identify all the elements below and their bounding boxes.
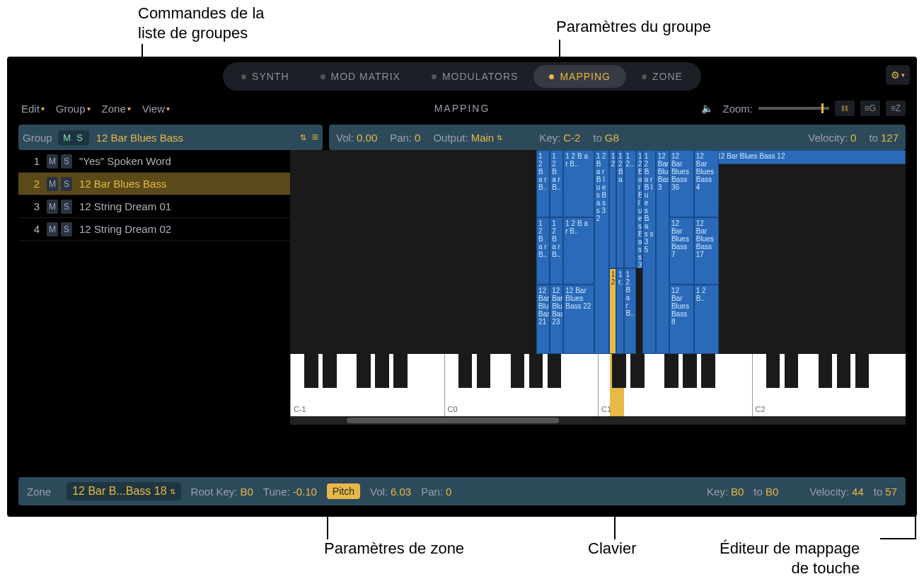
black-key[interactable] (393, 354, 407, 388)
menu-view[interactable]: View▾ (139, 100, 173, 118)
zoom-slider[interactable] (758, 107, 829, 110)
key-mapping-editor[interactable]: 12 Bar Blues Bass 12 1 2 B a r B..1 2 B … (290, 150, 906, 425)
zone-block[interactable]: 1 2 B.. (694, 285, 719, 354)
black-key[interactable] (477, 354, 490, 388)
black-key[interactable] (683, 354, 696, 388)
tab-modulators[interactable]: MODULATORS (416, 65, 534, 88)
solo-button[interactable]: S (61, 177, 72, 191)
menu-edit[interactable]: Edit▾ (18, 100, 47, 118)
tab-mapping[interactable]: MAPPING (533, 65, 626, 88)
zone-block[interactable]: 1 2 B a r B l u e s B a s s 3 4 (636, 150, 642, 268)
zone-block[interactable]: 12 Bar Blues Bass 3 (656, 150, 669, 354)
mute-all-button[interactable]: M (62, 132, 72, 143)
keyboard-scrollbar[interactable] (290, 416, 906, 425)
keyboard-octave[interactable]: C-1 (290, 354, 444, 416)
zone-block[interactable]: 1 2 B a r B l u e s B a s s 3 5 (642, 150, 656, 354)
black-key[interactable] (664, 354, 678, 388)
zone-block[interactable]: 12 Bar Blues Bass 17 (694, 217, 719, 285)
black-key[interactable] (855, 354, 869, 388)
black-key[interactable] (766, 354, 780, 388)
zone-block[interactable]: 12 Bar Blues Bass 12 (715, 150, 906, 164)
keyboard-octave[interactable]: C0 (444, 354, 599, 416)
pitch-toggle[interactable]: Pitch (327, 483, 360, 499)
black-key[interactable] (630, 354, 644, 388)
zone-block[interactable]: 12 Bar Blues Bass 36 (669, 150, 694, 217)
black-key[interactable] (785, 354, 798, 388)
zone-block[interactable]: 1 2 B a r B.. (536, 150, 550, 217)
settings-gear-button[interactable]: ⚙▾ (886, 65, 910, 85)
black-key[interactable] (458, 354, 472, 388)
zone-vel-lo[interactable]: 44 (852, 486, 864, 498)
zone-pan[interactable]: 0 (446, 486, 451, 498)
black-key[interactable] (837, 354, 850, 388)
keyboard-octave[interactable]: C2 (752, 354, 906, 416)
zone-name-selector[interactable]: 12 Bar B...Bass 18⇅ (67, 482, 180, 500)
menu-group[interactable]: Group▾ (53, 100, 93, 118)
black-key[interactable] (357, 354, 370, 388)
group-list-row[interactable]: 2 MS 12 Bar Blues Bass (18, 173, 301, 195)
group-vel-lo[interactable]: 0 (850, 132, 856, 144)
group-key-hi[interactable]: G8 (605, 132, 619, 144)
black-key[interactable] (701, 354, 715, 388)
black-key[interactable] (375, 354, 388, 388)
mute-button[interactable]: M (47, 200, 58, 214)
view-mode-keymap-icon[interactable]: ⦀⦀ (835, 101, 855, 116)
zone-block[interactable]: 1 2 B a r B.. (550, 150, 563, 217)
zone-block[interactable]: 1 2 B a r B.. (563, 150, 594, 217)
zone-block[interactable]: 1 r.. (616, 268, 623, 354)
zone-key-lo[interactable]: B0 (731, 486, 744, 498)
black-key[interactable] (323, 354, 336, 388)
view-mode-zone-list-icon[interactable]: ≡Z (886, 101, 906, 116)
zone-block[interactable]: 1 2.. (609, 268, 616, 354)
scrollbar-thumb[interactable] (347, 418, 559, 423)
zone-block[interactable]: 12 Bar Blues Bass 8 (669, 285, 694, 354)
zone-block[interactable]: 1 2.. (609, 150, 616, 268)
solo-all-button[interactable]: S (75, 132, 85, 143)
zone-vel-hi[interactable]: 57 (885, 486, 897, 498)
zone-volume[interactable]: 6.03 (391, 486, 411, 498)
group-pan-value[interactable]: 0 (415, 132, 420, 144)
black-key[interactable] (819, 354, 832, 388)
solo-button[interactable]: S (61, 222, 72, 236)
zone-root-key[interactable]: B0 (240, 486, 253, 498)
zone-block[interactable]: 1 2 B a r B.. (536, 217, 550, 285)
group-vel-hi[interactable]: 127 (881, 132, 899, 144)
group-selector-chevron-icon[interactable]: ⇅ (294, 133, 312, 142)
group-list-row[interactable]: 3 MS 12 String Dream 01 (18, 195, 301, 218)
group-output-value[interactable]: Main (471, 132, 495, 144)
black-key[interactable] (529, 354, 543, 388)
zone-block[interactable]: 1 2 B a r B.. (563, 217, 594, 285)
zone-block[interactable]: 12 Bar Blues Bass 7 (669, 217, 694, 285)
zone-block[interactable]: 1 2 B a r B.. (624, 268, 636, 354)
black-key[interactable] (511, 354, 524, 388)
keyboard-octave[interactable]: C1 (598, 354, 752, 416)
group-key-lo[interactable]: C-2 (563, 132, 580, 144)
zone-block[interactable]: 12 Bar Blues Bass 21 (536, 285, 550, 354)
current-group-name[interactable]: 12 Bar Blues Bass (96, 132, 294, 144)
black-key[interactable] (304, 354, 318, 388)
zone-tune[interactable]: -0.10 (293, 486, 317, 498)
zone-block[interactable]: 12 Bar Blues Bass 23 (550, 285, 563, 354)
mute-button[interactable]: M (47, 222, 58, 236)
zone-block[interactable]: 1 2.. (624, 150, 636, 268)
solo-button[interactable]: S (61, 200, 72, 214)
group-volume-value[interactable]: 0.00 (357, 132, 377, 144)
view-mode-group-list-icon[interactable]: ≡G (860, 101, 880, 116)
audition-speaker-icon[interactable]: 🔈 (701, 103, 717, 114)
zone-key-hi[interactable]: B0 (766, 486, 778, 498)
group-list-menu-icon[interactable]: ≡ (312, 131, 318, 144)
solo-button[interactable]: S (61, 154, 72, 168)
group-list-row[interactable]: 1 MS "Yes" Spoken Word (18, 150, 301, 173)
zone-grid[interactable]: 12 Bar Blues Bass 12 1 2 B a r B..1 2 B … (290, 150, 906, 354)
black-key[interactable] (548, 354, 561, 388)
zone-block[interactable]: 12 Bar Blues Bass 4 (694, 150, 719, 217)
tab-mod-matrix[interactable]: MOD MATRIX (305, 65, 416, 88)
group-list-row[interactable]: 4 MS 12 String Dream 02 (18, 218, 301, 241)
zone-block[interactable]: 1 2 B a.. (616, 150, 623, 268)
zone-block[interactable]: 1 2 B a r B l u e s B a s s 3 2 (594, 150, 609, 354)
tab-synth[interactable]: SYNTH (226, 65, 304, 88)
black-key[interactable] (612, 354, 625, 388)
menu-zone[interactable]: Zone▾ (99, 100, 134, 118)
mute-button[interactable]: M (47, 177, 58, 191)
tab-zone[interactable]: ZONE (626, 65, 698, 88)
